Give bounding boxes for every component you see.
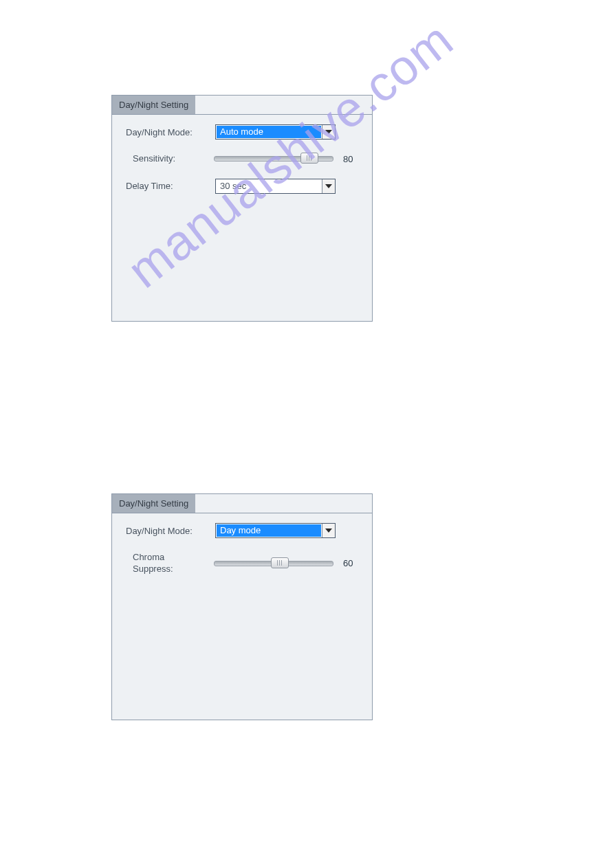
chroma-slider-wrap: 60 bbox=[214, 558, 361, 568]
mode-select[interactable]: Auto mode bbox=[215, 124, 336, 140]
row-mode: Day/Night Mode: Day mode bbox=[123, 523, 361, 538]
row-mode: Day/Night Mode: Auto mode bbox=[123, 124, 361, 140]
sensitivity-label: Sensitivity: bbox=[123, 153, 214, 165]
delay-select-value: 30 sec bbox=[216, 179, 322, 193]
day-night-setting-panel-day: Day/Night Setting Day/Night Mode: Day mo… bbox=[111, 493, 373, 720]
sensitivity-value: 80 bbox=[343, 154, 361, 164]
panel-content: Day/Night Mode: Auto mode Sensitivity: 8… bbox=[112, 114, 372, 321]
panel-tab: Day/Night Setting bbox=[111, 493, 196, 513]
day-night-setting-panel-auto: Day/Night Setting Day/Night Mode: Auto m… bbox=[111, 95, 373, 322]
mode-select-value: Auto mode bbox=[217, 126, 321, 138]
mode-select[interactable]: Day mode bbox=[215, 523, 336, 538]
mode-label: Day/Night Mode: bbox=[123, 526, 215, 536]
sensitivity-slider[interactable] bbox=[214, 156, 333, 162]
delay-label: Delay Time: bbox=[123, 181, 215, 191]
panel-tab: Day/Night Setting bbox=[111, 95, 196, 114]
chevron-down-icon[interactable] bbox=[322, 179, 335, 193]
chevron-down-icon[interactable] bbox=[322, 125, 335, 139]
delay-select[interactable]: 30 sec bbox=[215, 179, 336, 194]
chroma-value: 60 bbox=[343, 558, 361, 568]
sensitivity-slider-wrap: 80 bbox=[214, 154, 361, 164]
chevron-down-icon[interactable] bbox=[322, 524, 335, 537]
chroma-slider[interactable] bbox=[214, 561, 333, 566]
chroma-label: ChromaSuppress: bbox=[123, 552, 214, 575]
panel-content: Day/Night Mode: Day mode ChromaSuppress:… bbox=[112, 513, 372, 720]
slider-thumb[interactable] bbox=[300, 153, 318, 164]
mode-select-value: Day mode bbox=[217, 524, 321, 537]
row-delay-time: Delay Time: 30 sec bbox=[123, 179, 361, 194]
mode-label: Day/Night Mode: bbox=[123, 127, 215, 137]
row-sensitivity: Sensitivity: 80 bbox=[123, 153, 361, 165]
row-chroma-suppress: ChromaSuppress: 60 bbox=[123, 552, 361, 575]
slider-thumb[interactable] bbox=[271, 557, 289, 568]
